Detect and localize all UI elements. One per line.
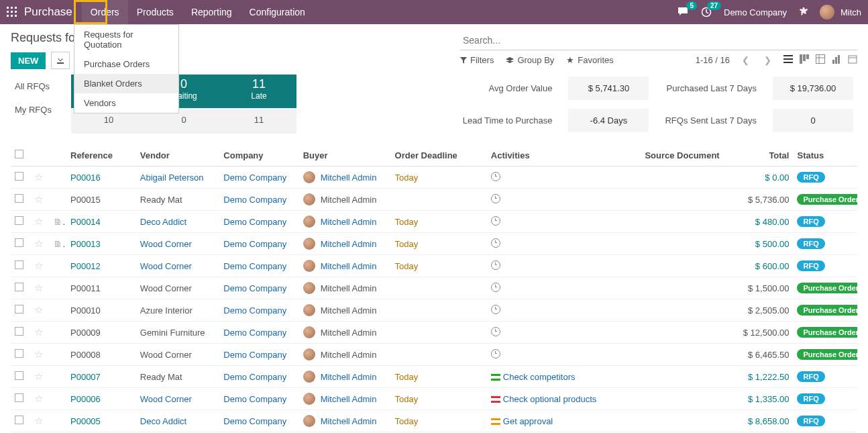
cell-vendor[interactable]: Wood Corner [136, 344, 220, 366]
avg-order-value[interactable]: $ 5,741.30 [568, 77, 649, 100]
cell-vendor[interactable]: Wood Corner [136, 233, 220, 255]
pivot-view-icon[interactable] [816, 54, 825, 66]
nav-orders[interactable]: Orders [82, 0, 128, 24]
cell-buyer[interactable]: Mitchell Admin [299, 255, 391, 277]
cell-company[interactable]: Demo Company [219, 366, 299, 388]
cell-company[interactable]: Demo Company [219, 299, 299, 322]
rfqs-sent-7d-value[interactable]: 0 [773, 109, 853, 132]
cell-vendor[interactable]: Deco Addict [136, 410, 220, 432]
row-checkbox[interactable] [15, 238, 23, 247]
cell-buyer[interactable]: Mitchell Admin [299, 366, 391, 388]
th-vendor[interactable]: Vendor [136, 144, 220, 166]
cell-company[interactable]: Demo Company [219, 211, 299, 233]
lead-time-value[interactable]: -6.4 Days [568, 109, 649, 132]
user-name[interactable]: Mitch [840, 7, 864, 17]
cell-activities[interactable] [487, 344, 619, 366]
cell-company[interactable]: Demo Company [219, 233, 299, 255]
clock-icon[interactable] [491, 172, 500, 181]
th-reference[interactable]: Reference [66, 144, 136, 166]
cell-buyer[interactable]: Mitchell Admin [299, 388, 391, 410]
table-row[interactable]: ☆P00008Wood CornerDemo CompanyMitchell A… [11, 344, 857, 366]
row-checkbox[interactable] [15, 194, 23, 203]
cell-buyer[interactable]: Mitchell Admin [299, 211, 391, 233]
cell-buyer[interactable]: Mitchell Admin [299, 166, 391, 189]
cell-company[interactable]: Demo Company [219, 388, 299, 410]
cell-activities[interactable]: Check competitors [487, 366, 619, 388]
table-row[interactable]: ☆P00009Gemini FurnitureDemo CompanyMitch… [11, 322, 857, 344]
cell-vendor[interactable]: Abigail Peterson [136, 166, 220, 189]
cell-vendor[interactable]: Azure Interior [136, 299, 220, 322]
cell-reference[interactable]: P00007 [66, 366, 136, 388]
cell-activities[interactable]: Check optional products [487, 388, 619, 410]
clock-icon[interactable] [491, 305, 500, 314]
cell-buyer[interactable]: Mitchell Admin [299, 277, 391, 299]
cell-activities[interactable] [487, 299, 619, 322]
list-view-icon[interactable] [783, 54, 793, 66]
cell-company[interactable]: Demo Company [219, 166, 299, 189]
star-icon[interactable]: ☆ [34, 326, 43, 338]
row-checkbox[interactable] [15, 172, 23, 181]
dropdown-blanket-orders[interactable]: Blanket Orders [74, 74, 178, 93]
table-row[interactable]: ☆P00005Deco AddictDemo CompanyMitchell A… [11, 410, 857, 432]
cell-activities[interactable] [487, 255, 619, 277]
cell-vendor[interactable]: Wood Corner [136, 277, 220, 299]
row-checkbox[interactable] [15, 416, 23, 424]
table-row[interactable]: ☆P00011Wood CornerDemo CompanyMitchell A… [11, 277, 857, 299]
th-source[interactable]: Source Document [619, 144, 724, 166]
nav-reporting[interactable]: Reporting [182, 0, 241, 24]
cell-vendor[interactable]: Deco Addict [136, 211, 220, 233]
filter-my-rfqs[interactable]: My RFQs [11, 98, 71, 122]
table-row[interactable]: ☆P00010Azure InteriorDemo CompanyMitchel… [11, 299, 857, 322]
cell-vendor[interactable]: Wood Corner [136, 255, 220, 277]
clock-icon[interactable] [491, 216, 500, 226]
cell-vendor[interactable]: Ready Mat [136, 366, 220, 388]
star-icon[interactable]: ☆ [34, 304, 43, 316]
cell-activities[interactable] [487, 322, 619, 344]
cell-vendor[interactable]: Ready Mat [136, 189, 220, 211]
row-checkbox[interactable] [15, 393, 23, 402]
clock-icon[interactable] [491, 283, 500, 292]
select-all-checkbox[interactable] [15, 150, 23, 158]
table-row[interactable]: ☆🗎P00014Deco AddictDemo CompanyMitchell … [11, 211, 857, 233]
row-checkbox[interactable] [15, 283, 23, 291]
dropdown-purchase-orders[interactable]: Purchase Orders [74, 54, 178, 74]
cell-activities[interactable] [487, 233, 619, 255]
user-avatar[interactable] [818, 3, 836, 21]
cell-company[interactable]: Demo Company [219, 189, 299, 211]
clock-icon[interactable] [491, 327, 500, 336]
clock-icon[interactable] [491, 238, 500, 248]
cell-company[interactable]: Demo Company [219, 410, 299, 432]
th-activities[interactable]: Activities [487, 144, 619, 166]
kpi-late[interactable]: 11 Late [221, 75, 296, 108]
chat-icon[interactable]: 5 [674, 3, 693, 21]
kpi-late-bottom[interactable]: 11 [221, 108, 296, 134]
cell-reference[interactable]: P00013 [66, 233, 136, 255]
cell-reference[interactable]: P00011 [66, 277, 136, 299]
th-company[interactable]: Company [219, 144, 299, 166]
cell-reference[interactable]: P00012 [66, 255, 136, 277]
table-row[interactable]: ☆P00015Ready MatDemo CompanyMitchell Adm… [11, 189, 857, 211]
filters-button[interactable]: Filters [460, 55, 494, 65]
th-deadline[interactable]: Order Deadline [391, 144, 487, 166]
pager-prev-icon[interactable]: ❮ [739, 55, 752, 65]
favorites-button[interactable]: ★ Favorites [566, 55, 613, 65]
app-name[interactable]: Purchase [24, 5, 82, 19]
table-row[interactable]: ☆P00012Wood CornerDemo CompanyMitchell A… [11, 255, 857, 277]
cell-reference[interactable]: P00015 [66, 189, 136, 211]
cell-buyer[interactable]: Mitchell Admin [299, 189, 391, 211]
cell-company[interactable]: Demo Company [219, 255, 299, 277]
cell-activities[interactable]: Get approval [487, 410, 619, 432]
cell-reference[interactable]: P00005 [66, 410, 136, 432]
kanban-view-icon[interactable] [800, 54, 809, 66]
row-checkbox[interactable] [15, 349, 23, 358]
settings-icon[interactable] [795, 3, 814, 21]
cell-reference[interactable]: P00006 [66, 388, 136, 410]
cell-reference[interactable]: P00014 [66, 211, 136, 233]
dropdown-vendors[interactable]: Vendors [74, 93, 178, 113]
filter-all-rfqs[interactable]: All RFQs [11, 75, 71, 98]
pager-next-icon[interactable]: ❯ [761, 55, 774, 65]
table-row[interactable]: ☆P00006Wood CornerDemo CompanyMitchell A… [11, 388, 857, 410]
row-checkbox[interactable] [15, 305, 23, 314]
cell-buyer[interactable]: Mitchell Admin [299, 410, 391, 432]
cell-reference[interactable]: P00016 [66, 166, 136, 189]
